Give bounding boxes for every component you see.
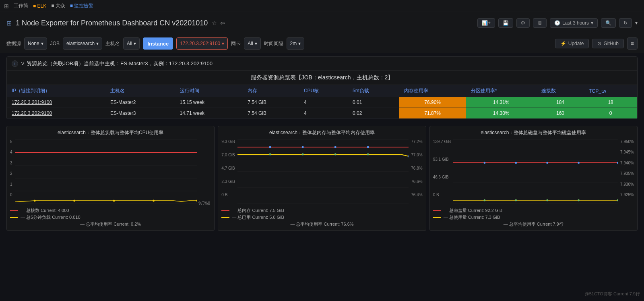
cell-connections: 184 — [537, 97, 584, 108]
col-ip: IP（链接到明细） — [7, 85, 105, 97]
summary-header-text: ∨ 资源总览（关联JOB项）当前选中主机：ES-Master3，实例：172.2… — [21, 60, 213, 67]
svg-point-10 — [153, 200, 155, 202]
col-hostname: 主机名 — [105, 85, 175, 97]
col-tcp-tw: TCP_tw — [584, 85, 637, 97]
hostname-select[interactable]: All ▾ — [123, 37, 140, 50]
legend-item-cores: — 总核数 Current: 4.000 — [10, 208, 211, 214]
col-cpu: CPU核 — [299, 85, 348, 97]
chevron-down-icon: ▾ — [222, 41, 224, 46]
legend-avg-mem: — 总平均使用率 Current: 76.6% — [221, 221, 422, 227]
nic-select[interactable]: All ▾ — [244, 37, 260, 50]
chart-disk-legend: — 总磁盘量 Current: 92.2 GiB — 总使用量 Current:… — [433, 208, 634, 227]
svg-point-55 — [578, 199, 580, 201]
chart-memory-svg: 10:00 10:30 11:00 11:30 12:00 12:30 — [237, 139, 409, 204]
table-header-row: IP（链接到明细） 主机名 运行时间 内存 CPU核 5m负载 内存使用率 分区… — [7, 85, 637, 97]
charts-area: elasticsearch：整体总负载与整体平均CPU使用率 543210 — [0, 122, 644, 234]
update-button[interactable]: ⚡ Update — [555, 39, 589, 48]
job-label: JOB — [50, 41, 60, 46]
svg-point-50 — [578, 162, 580, 164]
y-axis-right-mem: 77.2%77.0%76.8%76.6%76.4% — [410, 139, 422, 205]
add-panel-button[interactable]: 📊+ — [477, 18, 495, 28]
legend-label-load: — 总5分钟负载 Current: 0.010 — [21, 214, 80, 220]
legend-item-total-mem: — 总内存 Current: 7.5 GiB — [221, 208, 422, 214]
info-icon: i — [12, 60, 18, 67]
time-range-value: Last 3 hours — [562, 20, 589, 26]
cell-memory: 7.54 GiB — [243, 108, 299, 119]
cell-memory: 7.54 GiB — [243, 97, 299, 108]
cell-cpu: 4 — [299, 108, 348, 119]
github-button[interactable]: ⊙ GitHub — [592, 39, 623, 48]
svg-point-53 — [515, 199, 517, 201]
resource-table: IP（链接到明细） 主机名 运行时间 内存 CPU核 5m负载 内存使用率 分区… — [7, 85, 637, 119]
nic-label: 网卡 — [231, 40, 241, 47]
save-button[interactable]: 💾 — [498, 18, 513, 28]
update-icon: ⚡ — [560, 41, 566, 46]
chevron-down-icon: ▾ — [255, 41, 257, 46]
legend-avg-cpu: — 总平均使用率 Current: 0.2% — [10, 221, 211, 227]
cell-ip[interactable]: 172.20.3.201:9100 — [7, 97, 105, 108]
chevron-down-icon: ▾ — [591, 20, 593, 26]
time-range-picker[interactable]: 🕐 Last 3 hours ▾ — [550, 18, 598, 28]
nav-item-work[interactable]: 工作简 — [14, 2, 28, 9]
svg-point-54 — [546, 199, 548, 201]
job-select[interactable]: elasticsearch ▾ — [63, 37, 102, 50]
settings-button[interactable]: ⚙ — [516, 18, 530, 28]
cell-connections: 160 — [537, 108, 584, 119]
header-left: ⊞ 1 Node Exporter for Prometheus Dashboa… — [6, 19, 473, 27]
header-right: 📊+ 💾 ⚙ 🖥 🕐 Last 3 hours ▾ 🔍 ↻ ▾ — [477, 18, 638, 28]
instance-value-select[interactable]: 172.20.3.202:9100 ▾ — [176, 37, 228, 50]
summary-section: i ∨ 资源总览（关联JOB项）当前选中主机：ES-Master3，实例：172… — [6, 56, 638, 119]
cell-cpu: 4 — [299, 97, 348, 108]
svg-line-25 — [400, 154, 409, 156]
y-axis-left-cpu: 543210 — [10, 139, 13, 205]
legend-avg-disk: — 总平均使用率 Current 7.9行 — [433, 221, 634, 227]
svg-point-56 — [617, 199, 618, 201]
nav-icon: ⊞ — [4, 3, 9, 9]
menu-button[interactable]: ≡ — [627, 37, 638, 50]
zoom-out-button[interactable]: 🔍 — [601, 18, 616, 28]
refresh-button[interactable]: ↻ — [619, 18, 632, 28]
tv-mode-button[interactable]: 🖥 — [533, 18, 547, 28]
col-connections: 连接数 — [537, 85, 584, 97]
toolbar: 数据源 None ▾ JOB elasticsearch ▾ 主机名 All ▾… — [0, 34, 644, 53]
col-mem-usage: 内存使用率 — [399, 85, 466, 97]
svg-point-8 — [73, 200, 75, 202]
svg-point-29 — [367, 146, 369, 148]
chart-memory-body: 9.3 GiB7.0 GiB4.7 GiB2.3 GiB0 B — [221, 139, 422, 205]
chart-disk-title: elasticsearch：整体总磁盘与整体平均磁盘使用率 — [433, 129, 634, 136]
nav-item-elk[interactable]: ■ ELK — [33, 3, 46, 9]
chart-cpu-body: 543210 — [10, 139, 211, 205]
instance-select[interactable]: Instance — [143, 37, 173, 50]
nav-item-mass[interactable]: ■ 大众 — [51, 2, 65, 9]
chart-cpu-svg: 10:00 10:30 11:00 11:30 12:00 12:30 — [15, 139, 197, 204]
cell-ip[interactable]: 172.20.3.202:9100 — [7, 108, 105, 119]
cell-load5m: 0.02 — [348, 108, 399, 119]
svg-point-52 — [484, 199, 486, 201]
legend-item-load: — 总5分钟负载 Current: 0.010 — [10, 214, 211, 220]
chart-memory: elasticsearch：整体总内存与整体平均内存使用率 9.3 GiB7.0… — [218, 126, 426, 231]
datasource-select[interactable]: None ▾ — [24, 37, 47, 50]
chart-disk-svg: 10:00 10:30 11:00 11:30 12:00 12:30 — [453, 139, 618, 204]
legend-item-total-disk: — 总磁盘量 Current: 92.2 GiB — [433, 208, 634, 214]
table-row: 172.20.3.201:9100 ES-Master2 15.15 week … — [7, 97, 637, 108]
chart-disk-svg-container: 10:00 10:30 11:00 11:30 12:00 12:30 — [453, 139, 618, 205]
nav-item-monitor[interactable]: ■ 监控告警 — [70, 2, 94, 9]
share-icon[interactable]: ⇦ — [220, 20, 225, 26]
svg-point-49 — [546, 162, 548, 164]
refresh-chevron[interactable]: ▾ — [635, 20, 638, 26]
cell-disk-usage: 14.31% — [466, 97, 537, 108]
cell-load5m: 0.01 — [348, 97, 399, 108]
cell-hostname: ES-Master2 — [105, 97, 175, 108]
svg-point-51 — [617, 162, 618, 164]
y-axis-left-mem: 9.3 GiB7.0 GiB4.7 GiB2.3 GiB0 B — [221, 139, 235, 205]
chart-memory-svg-container: 10:00 10:30 11:00 11:30 12:00 12:30 — [237, 139, 409, 205]
col-disk-usage: 分区使用率* — [466, 85, 537, 97]
chart-cpu-svg-container: 10:00 10:30 11:00 11:30 12:00 12:30 — [15, 139, 197, 205]
svg-point-34 — [367, 154, 369, 156]
chart-disk-body: 139.7 GiB93.1 GiB46.6 GiB0 B — [433, 139, 634, 205]
time-interval-select[interactable]: 2m ▾ — [287, 37, 305, 50]
legend-label-total-disk: — 总磁盘量 Current: 92.2 GiB — [444, 208, 503, 214]
legend-item-used-mem: — 总已用 Current: 5.8 GiB — [221, 214, 422, 220]
hostname-label: 主机名 — [105, 40, 120, 47]
star-icon[interactable]: ☆ — [212, 20, 217, 26]
